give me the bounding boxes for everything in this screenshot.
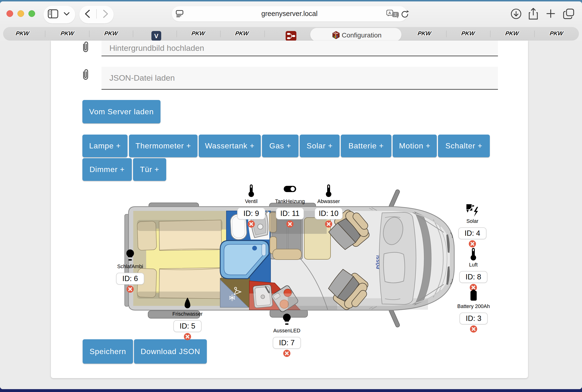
svg-text:V: V — [154, 32, 159, 40]
svg-text:文: 文 — [394, 12, 397, 16]
svg-text:A: A — [389, 11, 391, 15]
